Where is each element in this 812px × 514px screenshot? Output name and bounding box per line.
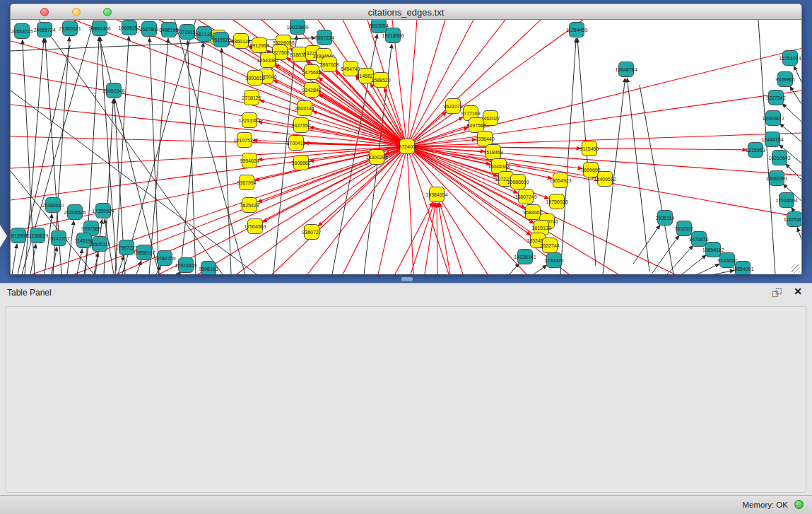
graph-node[interactable]: 2522744: [540, 238, 559, 253]
graph-edge: [115, 36, 129, 274]
graph-node[interactable]: 9115460: [580, 141, 599, 156]
window-titlebar[interactable]: citations_edges.txt: [10, 4, 802, 20]
graph-node[interactable]: 18654001: [731, 262, 753, 275]
graph-edge: [45, 214, 52, 274]
graph-node[interactable]: 6497568: [466, 118, 486, 133]
graph-node[interactable]: 3913903: [11, 228, 28, 243]
graph-node[interactable]: 7518469: [483, 145, 502, 160]
graph-node[interactable]: 11156829: [27, 228, 48, 243]
graph-node[interactable]: 2867608: [319, 57, 339, 72]
graph-node[interactable]: 7515526: [211, 33, 230, 47]
graph-node[interactable]: 1733426: [544, 253, 563, 268]
graph-node[interactable]: 21260521: [59, 21, 81, 36]
graph-node[interactable]: 10107534: [233, 133, 255, 148]
graph-node[interactable]: 9146821: [356, 69, 375, 83]
graph-edge: [682, 255, 707, 274]
graph-node[interactable]: 8427552: [291, 118, 310, 133]
graph-node[interactable]: 9242848: [302, 83, 321, 98]
graph-edge: [149, 37, 159, 274]
graph-edge: [407, 20, 417, 146]
split-divider-handle[interactable]: [401, 277, 413, 281]
graph-node[interactable]: 9329966: [775, 72, 794, 87]
graph-node[interactable]: 17957223: [115, 240, 137, 255]
graph-node[interactable]: 16210643: [768, 151, 790, 165]
graph-node[interactable]: 1700419: [286, 136, 305, 151]
graph-node[interactable]: 9554624: [240, 153, 259, 168]
graph-node[interactable]: 8860128: [231, 34, 250, 49]
graph-edge: [407, 133, 802, 146]
graph-node[interactable]: 19142757: [47, 231, 69, 246]
graph-node[interactable]: 20891406: [88, 21, 110, 36]
graph-node[interactable]: 16033809: [286, 20, 308, 35]
graph-node[interactable]: 9893613: [245, 71, 264, 86]
graph-edge: [797, 227, 802, 243]
graph-edge: [698, 264, 719, 274]
close-panel-icon[interactable]: ✕: [794, 286, 802, 297]
graph-node[interactable]: 9621072: [443, 99, 462, 114]
memory-ok-indicator-icon: [794, 500, 804, 509]
application-background: citations_edges.txt 75638228860128891295…: [0, 0, 812, 514]
graph-node[interactable]: 2603144: [295, 101, 314, 116]
graph-node[interactable]: 11675309: [784, 212, 802, 227]
memory-status-label: Memory: OK: [742, 501, 788, 509]
graph-node[interactable]: 17016504: [775, 193, 797, 208]
graph-node[interactable]: 2336440: [475, 132, 494, 146]
graph-edge: [222, 48, 231, 274]
graph-edge: [407, 20, 583, 146]
graph-edge: [11, 171, 94, 274]
graph-node[interactable]: 1588520: [371, 73, 390, 88]
resize-grip-icon[interactable]: [792, 264, 800, 273]
graph-node[interactable]: 18807249: [514, 189, 536, 204]
graph-node[interactable]: 8215953: [746, 143, 765, 158]
graph-node[interactable]: 9508163: [199, 262, 218, 275]
graph-node[interactable]: 9360727: [302, 225, 321, 240]
graph-node[interactable]: 12923449: [175, 258, 196, 273]
graph-edge: [407, 48, 802, 146]
graph-node[interactable]: 7625429: [240, 198, 259, 213]
graph-node[interactable]: 9227342: [766, 90, 785, 105]
graph-edge: [560, 38, 576, 274]
graph-edge: [714, 270, 734, 274]
graph-node[interactable]: 16648784: [615, 62, 637, 77]
graph-edge: [407, 146, 747, 150]
float-panel-icon[interactable]: [771, 287, 782, 298]
graph-edge: [272, 146, 407, 274]
graph-node[interactable]: 20553725: [11, 24, 33, 39]
graph-node[interactable]: 16782759: [153, 251, 175, 266]
graph-node[interactable]: 9245652: [717, 253, 736, 268]
window-title: citations_edges.txt: [11, 7, 801, 18]
graph-edge: [32, 146, 407, 274]
graph-edge: [782, 103, 802, 123]
graph-edge: [785, 163, 802, 181]
graph-node[interactable]: 21053346: [102, 83, 124, 98]
graph-node[interactable]: 5475685: [302, 65, 321, 80]
graph-node[interactable]: 24055724: [33, 23, 55, 37]
graph-node[interactable]: 8454749: [341, 62, 360, 76]
graph-node[interactable]: 14136141: [514, 250, 536, 264]
graph-node[interactable]: 2718126: [242, 90, 261, 105]
graph-edge: [437, 203, 437, 274]
graph-node[interactable]: 7632621: [674, 221, 693, 236]
graph-node[interactable]: 17359924: [92, 204, 114, 218]
graph-node[interactable]: 20206526: [64, 205, 86, 220]
graph-node[interactable]: 7857234: [314, 30, 334, 45]
graph-node[interactable]: 8466160: [159, 23, 178, 37]
graph-edge: [407, 20, 505, 146]
graph-node[interactable]: 12213383: [238, 113, 260, 128]
graph-node[interactable]: 1527802: [139, 22, 158, 37]
graph-node[interactable]: 13505115: [89, 237, 111, 252]
citation-network-graph[interactable]: 7563822886012889129542322605893275051654…: [11, 20, 802, 274]
graph-node[interactable]: 25160610: [42, 198, 64, 213]
table-panel: Table Panel ✕: [0, 283, 812, 495]
graph-node[interactable]: 1145194: [75, 233, 94, 248]
graph-edge: [258, 122, 407, 146]
graph-edge: [67, 221, 74, 274]
graph-node[interactable]: 2935114: [656, 211, 675, 226]
graph-node[interactable]: 19384554: [425, 187, 447, 202]
graph-node[interactable]: 8912954: [249, 38, 269, 53]
graph-node[interactable]: 11254459: [566, 23, 588, 37]
graph-node[interactable]: 9367994: [237, 175, 256, 190]
network-canvas[interactable]: 7563822886012889129542322605893275051654…: [10, 20, 802, 274]
graph-edge: [440, 202, 463, 274]
graph-node[interactable]: 9608861: [291, 156, 310, 170]
